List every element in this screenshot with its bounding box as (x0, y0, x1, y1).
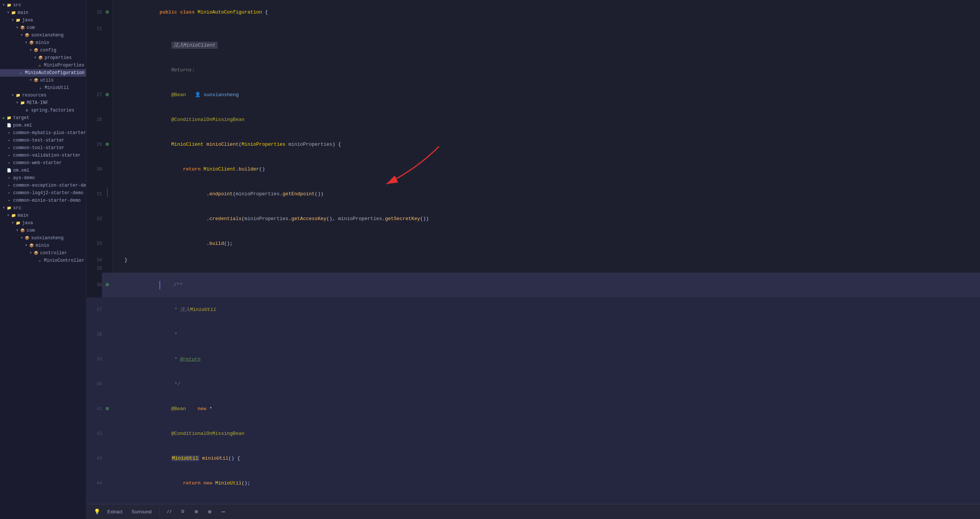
tree-item-om-xml[interactable]: ▶ 📄 om.xml (0, 167, 86, 174)
chevron-icon: ▼ (19, 33, 24, 38)
line-number (86, 33, 102, 58)
line-number: 43 (86, 446, 102, 471)
folder-icon: 📁 (19, 100, 25, 106)
code-row-27: 27 ⊛ @Bean 👤 sunxiansheng (86, 83, 980, 107)
tree-item-common-minio-demo[interactable]: ▶ ▪ common-minio-starter-demo (0, 197, 86, 204)
line-indicator[interactable]: ⊛ (102, 0, 113, 25)
chevron-icon: ▼ (11, 221, 15, 225)
tree-item-pom-xml[interactable]: ▶ 📄 pom.xml (0, 122, 86, 129)
line-indicator[interactable]: ⊛ (102, 396, 113, 422)
line-indicator[interactable]: ⊛ (102, 132, 113, 157)
more-icon-button[interactable]: ⋯ (218, 506, 229, 517)
tree-item-config[interactable]: ▼ 📦 config (0, 46, 86, 54)
chevron-icon: ▼ (29, 78, 33, 83)
tree-item-ays-demo[interactable]: ▶ ▪ ays-demo (0, 174, 86, 182)
tree-item-src2[interactable]: ▼ 📁 src (0, 204, 86, 212)
tree-item-sunxiansheng[interactable]: ▼ 📦 sunxiansheng (0, 32, 86, 39)
line-indicator (102, 347, 113, 372)
line-number: 37 (86, 297, 102, 322)
file-tree[interactable]: ▼ 📁 src ▼ 📁 main ▼ 📁 java ▼ 📦 com ▼ 📦 su… (0, 0, 86, 519)
line-indicator[interactable]: ⊛ (102, 273, 113, 297)
code-row-comment1: 注入MinioClient (86, 33, 980, 58)
tree-item-common-web[interactable]: ▶ ▪ common-web-starter (0, 159, 86, 167)
tree-item-main[interactable]: ▼ 📁 main (0, 9, 86, 16)
tree-item-com2[interactable]: ▼ 📦 com (0, 227, 86, 234)
module-icon: ▪ (6, 175, 12, 181)
chevron-icon: ▼ (11, 18, 15, 22)
tree-item-common-test[interactable]: ▶ ▪ common-test-starter (0, 137, 86, 144)
tree-item-common-tool[interactable]: ▶ ▪ common-tool-starter (0, 144, 86, 152)
line-code: } (113, 496, 980, 504)
folder-icon: 📁 (11, 212, 16, 219)
folder-icon: 📁 (15, 220, 21, 226)
tree-item-src[interactable]: ▼ 📁 src (0, 2, 86, 9)
extract-button[interactable]: Extract (104, 507, 125, 516)
module-icon: ▪ (6, 182, 12, 188)
line-code: @Bean 👤 sunxiansheng (113, 83, 980, 107)
tree-item-META-INF[interactable]: ▼ 📁 META-INF (0, 99, 86, 107)
chevron-icon: ▼ (6, 213, 11, 218)
line-number: 45 (86, 496, 102, 504)
line-code: .credentials(minioProperties.getAccessKe… (113, 206, 980, 232)
package-icon: 📦 (29, 243, 35, 249)
tree-item-java2[interactable]: ▼ 📁 java (0, 219, 86, 227)
tree-item-common-exception-demo[interactable]: ▶ ▪ common-exception-starter-demo (0, 182, 86, 189)
tree-item-minio2[interactable]: ▼ 📦 minio (0, 242, 86, 249)
tree-item-common-validation[interactable]: ▶ ▪ common-validation-starter (0, 152, 86, 159)
chevron-icon: ▼ (2, 3, 6, 8)
surround-button[interactable]: Surround (128, 507, 154, 516)
chevron-icon: ▼ (15, 101, 19, 105)
line-number: 34 (86, 256, 102, 264)
line-indicator (102, 25, 113, 33)
code-row-28: 28 @ConditionalOnMissingBean (86, 107, 980, 132)
code-row-33: 33 .build(); (86, 232, 980, 256)
line-number: 20 (86, 0, 102, 25)
code-row-40: 40 */ (86, 372, 980, 396)
tree-item-MinioProperties[interactable]: ▶ ☕ MinioProperties (0, 62, 86, 69)
list-icon-button[interactable]: ≡ (177, 506, 188, 517)
code-row-29: 29 ⊛ MinioClient minioClient(MinioProper… (86, 132, 980, 157)
code-row-20: 20 ⊛ public class MinioAutoConfiguration… (86, 0, 980, 25)
comment-icon-button[interactable]: // (164, 506, 175, 517)
plus-icon-button[interactable]: ⊕ (204, 506, 215, 517)
module-icon: ▪ (6, 198, 12, 204)
code-row-31: 31 .endpoint(minioProperties.getEndpoint… (86, 182, 980, 206)
folder-icon: 📁 (15, 93, 21, 98)
tree-item-controller[interactable]: ▼ 📦 controller (0, 249, 86, 257)
folder-icon: 📁 (6, 115, 12, 121)
tree-item-properties[interactable]: ▼ 📦 properties (0, 54, 86, 62)
tree-item-MinioController[interactable]: ▶ ☕ MinioController (0, 257, 86, 264)
tree-item-utils[interactable]: ▼ 📦 utils (0, 77, 86, 84)
line-code: .endpoint(minioProperties.getEndpoint()) (113, 182, 980, 206)
tree-item-com[interactable]: ▼ 📦 com (0, 24, 86, 32)
java-file-icon: ☕ (38, 85, 43, 91)
tree-item-main2[interactable]: ▼ 📁 main (0, 212, 86, 219)
tree-item-minio[interactable]: ▼ 📦 minio (0, 39, 86, 46)
line-indicator (102, 297, 113, 322)
editor-content[interactable]: 20 ⊛ public class MinioAutoConfiguration… (86, 0, 980, 504)
line-indicator (102, 446, 113, 471)
xml-file-icon: 📄 (6, 168, 12, 174)
folder-icon: 📁 (6, 205, 12, 211)
line-indicator (102, 232, 113, 256)
line-number: 38 (86, 322, 102, 347)
package-icon: 📦 (38, 55, 43, 61)
tree-item-resources[interactable]: ▼ 📁 resources (0, 92, 86, 99)
tree-item-sunxiansheng2[interactable]: ▼ 📦 sunxiansheng (0, 234, 86, 242)
chevron-icon: ▼ (33, 56, 38, 60)
tree-item-common-log4j2-demo[interactable]: ▶ ▪ common-log4j2-starter-demo (0, 189, 86, 197)
tree-item-spring-factories[interactable]: ▶ ⚙ spring.factories (0, 107, 86, 114)
tree-item-java[interactable]: ▼ 📁 java (0, 16, 86, 24)
line-number: 30 (86, 157, 102, 182)
grid-icon-button[interactable]: ⊞ (191, 506, 202, 517)
tree-item-target[interactable]: ▶ 📁 target (0, 114, 86, 122)
line-code: @ConditionalOnMissingBean (113, 107, 980, 132)
tree-item-common-mybatis[interactable]: ▶ ▪ common-mybatis-plus-starter (0, 129, 86, 137)
tree-item-MinioAutoConfiguration[interactable]: ▶ ☕ MinioAutoConfiguration (0, 69, 86, 77)
tree-item-MinioUtil[interactable]: ▶ ☕ MinioUtil (0, 84, 86, 92)
line-indicator[interactable]: ⊛ (102, 83, 113, 107)
line-code: return new MinioUtil(); (113, 471, 980, 496)
bean-indicator-icon: ⊛ (105, 141, 109, 148)
code-row-42: 42 @ConditionalOnMissingBean (86, 422, 980, 446)
chevron-icon: ▼ (24, 243, 29, 248)
